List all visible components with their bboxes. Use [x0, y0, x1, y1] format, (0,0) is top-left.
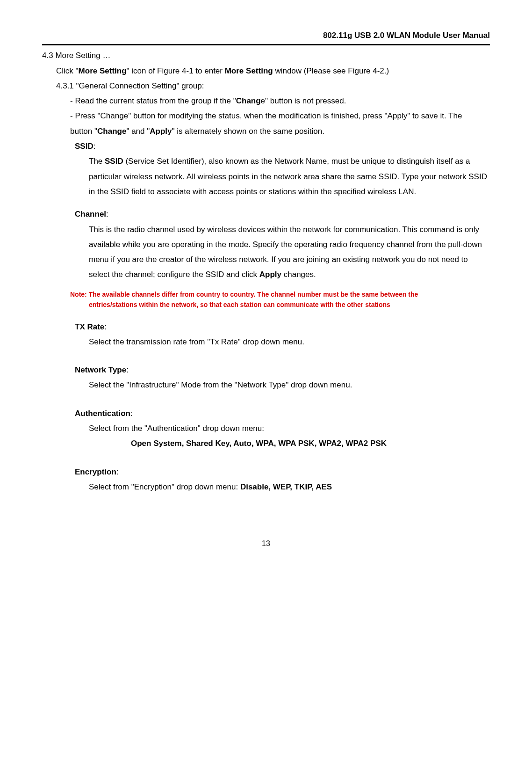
text: " and "	[126, 127, 150, 136]
bold: Change	[97, 127, 126, 136]
label: Network Type	[75, 365, 126, 374]
colon: :	[130, 409, 133, 418]
enc-heading: Encryption:	[42, 465, 490, 480]
bullet-1: - Read the current status from the group…	[42, 94, 490, 109]
text: Select the "Infrastructure" Mode from th…	[89, 380, 352, 389]
text: " is alternately shown on the same posit…	[172, 127, 324, 136]
text: changes.	[281, 270, 316, 279]
text: Select from "Encryption" drop down menu:	[89, 482, 240, 491]
bold: Apply	[259, 270, 281, 279]
bold: More Setting	[79, 66, 127, 75]
label: Authentication	[75, 409, 130, 418]
page-header: 802.11g USB 2.0 WLAN Module User Manual	[42, 28, 490, 45]
colon: :	[93, 142, 96, 151]
header-title: 802.11g USB 2.0 WLAN Module User Manual	[323, 31, 490, 40]
txrate-heading: TX Rate:	[42, 320, 490, 335]
text: Click "	[56, 66, 79, 75]
bold: Open System, Shared Key, Auto, WPA, WPA …	[131, 439, 387, 448]
ssid-heading: SSID:	[42, 139, 490, 154]
bold: Apply	[150, 127, 172, 136]
label: SSID	[75, 142, 93, 151]
bold: More Setting	[225, 66, 273, 75]
bold: Chang	[236, 96, 261, 105]
section-number: 4.3	[42, 48, 53, 63]
bold: SSID	[105, 157, 123, 166]
channel-body: This is the radio channel used by wirele…	[42, 222, 490, 283]
enc-body: Select from "Encryption" drop down menu:…	[42, 480, 490, 495]
colon: :	[126, 365, 129, 374]
page-number: 13	[42, 537, 490, 551]
nettype-body: Select the "Infrastructure" Mode from th…	[42, 378, 490, 393]
colon: :	[116, 467, 119, 476]
txrate-body: Select the transmission rate from "Tx Ra…	[42, 335, 490, 350]
label: Channel	[75, 210, 106, 219]
label: Encryption	[75, 467, 116, 476]
text: The	[89, 157, 105, 166]
section-4-3-intro: Click "More Setting" icon of Figure 4-1 …	[42, 64, 490, 79]
bold: Disable, WEP, TKIP, AES	[240, 482, 332, 491]
text: e" button is not pressed.	[261, 96, 346, 105]
text: Select from the "Authentication" drop do…	[89, 424, 264, 433]
note-block: Note: The available channels differ from…	[42, 289, 490, 310]
channel-heading: Channel:	[42, 207, 490, 222]
text: - Read the current status from the group…	[70, 96, 236, 105]
label: TX Rate	[75, 322, 104, 331]
text: window (Please see Figure 4-2.)	[273, 66, 389, 75]
nettype-heading: Network Type:	[42, 363, 490, 378]
section-4-3-1-title: 4.3.1 "General Connection Setting" group…	[42, 79, 490, 94]
colon: :	[104, 322, 107, 331]
ssid-body: The SSID (Service Set Identifier), also …	[42, 154, 490, 199]
text: Select the transmission rate from "Tx Ra…	[89, 337, 304, 346]
note-prefix: Note:	[70, 291, 89, 298]
section-title: "General Connection Setting" group:	[76, 81, 204, 90]
colon: :	[106, 210, 108, 219]
bullet-2: - Press "Change" button for modifying th…	[42, 109, 490, 139]
auth-options: Open System, Shared Key, Auto, WPA, WPA …	[42, 436, 490, 451]
note-body: The available channels differ from count…	[89, 291, 418, 308]
section-4-3-title: 4.3 More Setting …	[42, 48, 490, 63]
section-number: 4.3.1	[56, 81, 74, 90]
auth-body: Select from the "Authentication" drop do…	[42, 421, 490, 436]
text: (Service Set Identifier), also known as …	[89, 157, 487, 196]
section-title: More Setting …	[55, 51, 110, 60]
text: " icon of Figure 4-1 to enter	[127, 66, 225, 75]
auth-heading: Authentication:	[42, 406, 490, 421]
